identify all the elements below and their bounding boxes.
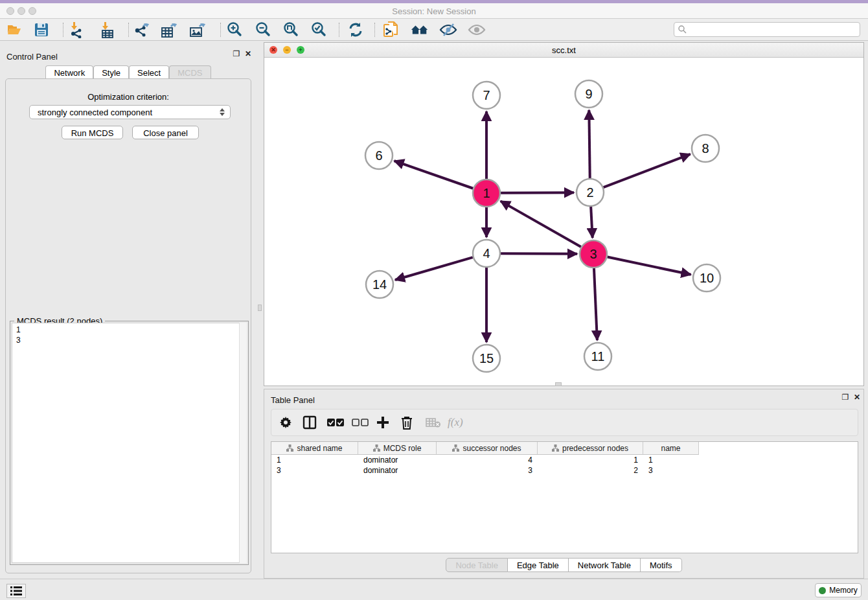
node-1[interactable]: 1 [473, 179, 500, 207]
add-column-icon[interactable] [376, 414, 389, 431]
close-panel-icon[interactable]: ✕ [244, 49, 253, 58]
cell-MCDS-role: dominator [358, 455, 437, 465]
tab-style[interactable]: Style [93, 65, 129, 79]
table-float-panel-icon[interactable]: ❐ [841, 393, 850, 402]
edge-2-3[interactable] [591, 207, 593, 238]
network-graph[interactable]: 7968124314101511 [264, 58, 863, 386]
edge-4-14[interactable] [395, 257, 473, 280]
table-toolbar: f(x) [271, 409, 858, 436]
column-header-MCDS-role[interactable]: MCDS role [358, 442, 437, 455]
node-8[interactable]: 8 [692, 135, 719, 162]
table-row[interactable]: 3dominator323 [271, 465, 858, 476]
node-3[interactable]: 3 [580, 240, 607, 268]
result-line: 1 [16, 325, 240, 335]
tab-node-table[interactable]: Node Table [446, 558, 508, 572]
edge-2-8[interactable] [604, 154, 691, 187]
delete-table-icon[interactable] [426, 414, 441, 431]
table-close-panel-icon[interactable]: ✕ [852, 393, 862, 402]
edge-1-2[interactable] [501, 192, 574, 193]
tab-motifs[interactable]: Motifs [641, 558, 682, 572]
splitter-handle[interactable] [258, 305, 262, 311]
export-image-icon[interactable] [189, 21, 207, 38]
apply-layout-icon[interactable] [347, 21, 365, 38]
edge-3-1[interactable] [501, 201, 581, 247]
svg-text:1: 1 [483, 186, 490, 200]
search-input[interactable] [687, 25, 849, 34]
column-header-predecessor-nodes[interactable]: predecessor nodes [538, 442, 643, 455]
mcds-result-list[interactable]: 13 [12, 323, 240, 563]
tab-mcds[interactable]: MCDS [169, 65, 211, 79]
toolbar-separator [374, 23, 375, 37]
tab-network[interactable]: Network [45, 65, 93, 79]
svg-text:14: 14 [372, 277, 387, 292]
app-window: Session: New Session [0, 3, 868, 600]
node-4[interactable]: 4 [473, 240, 500, 267]
zoom-out-icon[interactable] [254, 21, 272, 38]
export-table-icon[interactable] [161, 21, 179, 38]
edge-1-6[interactable] [394, 161, 474, 188]
control-panel-title: Control Panel [6, 51, 58, 62]
edge-4-3[interactable] [501, 253, 577, 254]
float-panel-icon[interactable]: ❐ [232, 49, 241, 58]
cell-MCDS-role: dominator [358, 465, 437, 476]
tab-edge-table[interactable]: Edge Table [508, 558, 569, 572]
node-9[interactable]: 9 [575, 80, 602, 108]
delete-column-icon[interactable] [401, 414, 413, 431]
table-row[interactable]: 1dominator411 [271, 455, 858, 465]
node-2[interactable]: 2 [577, 179, 604, 206]
run-mcds-button[interactable]: Run MCDS [62, 126, 123, 139]
show-columns-icon[interactable] [303, 414, 317, 431]
first-neighbors-icon[interactable] [411, 21, 429, 38]
column-header-shared-name[interactable]: shared name [271, 442, 358, 455]
svg-text:11: 11 [591, 349, 605, 363]
select-all-icon[interactable] [327, 414, 344, 431]
column-type-icon [373, 444, 380, 452]
node-10[interactable]: 10 [693, 264, 720, 292]
show-panels-button[interactable] [6, 584, 26, 598]
zoom-in-icon[interactable] [225, 21, 244, 38]
search-box[interactable] [674, 22, 860, 37]
function-builder-icon[interactable]: f(x) [448, 414, 463, 431]
edge-3-11[interactable] [594, 268, 597, 340]
node-7[interactable]: 7 [473, 82, 500, 109]
save-session-icon[interactable] [32, 21, 51, 38]
show-all-icon[interactable] [468, 21, 486, 38]
select-stepper-icon [220, 108, 225, 116]
node-table[interactable]: shared nameMCDS rolesuccessor nodesprede… [271, 441, 858, 553]
close-panel-button[interactable]: Close panel [132, 126, 199, 139]
column-header-successor-nodes[interactable]: successor nodes [437, 442, 538, 455]
tab-select[interactable]: Select [129, 65, 169, 79]
memory-button[interactable]: Memory [815, 583, 862, 597]
edge-2-9[interactable] [589, 110, 589, 178]
svg-text:9: 9 [585, 87, 592, 101]
edge-3-10[interactable] [608, 257, 691, 275]
cell-successor-nodes: 4 [437, 455, 538, 465]
optimization-criterion-select[interactable]: strongly connected component [29, 105, 231, 119]
open-file-icon[interactable] [5, 21, 23, 38]
clone-network-icon[interactable] [382, 21, 400, 38]
svg-text:3: 3 [589, 247, 597, 261]
tab-network-table[interactable]: Network Table [569, 558, 641, 572]
hide-selected-icon[interactable] [439, 21, 457, 38]
zoom-selected-icon[interactable] [310, 21, 328, 38]
node-15[interactable]: 15 [473, 345, 500, 372]
table-body: 1dominator4113dominator323 [271, 455, 858, 476]
import-table-icon[interactable] [98, 21, 117, 38]
node-11[interactable]: 11 [584, 343, 611, 370]
status-bar: Memory [0, 579, 868, 600]
search-icon [678, 25, 687, 34]
toolbar-separator [339, 23, 339, 37]
network-window-title: scc.txt [264, 45, 863, 55]
node-14[interactable]: 14 [366, 271, 393, 298]
result-scrollbar[interactable] [239, 323, 247, 563]
node-6[interactable]: 6 [365, 142, 393, 169]
table-settings-icon[interactable] [279, 414, 292, 431]
column-header-name[interactable]: name [643, 442, 699, 455]
cell-predecessor-nodes: 1 [538, 455, 643, 465]
network-canvas[interactable]: 7968124314101511 [264, 58, 863, 386]
deselect-all-icon[interactable] [352, 414, 369, 431]
canvas-splitter-handle[interactable] [555, 382, 562, 386]
import-network-icon[interactable] [67, 21, 86, 38]
zoom-fit-icon[interactable] [282, 21, 300, 38]
export-network-icon[interactable] [133, 21, 151, 38]
